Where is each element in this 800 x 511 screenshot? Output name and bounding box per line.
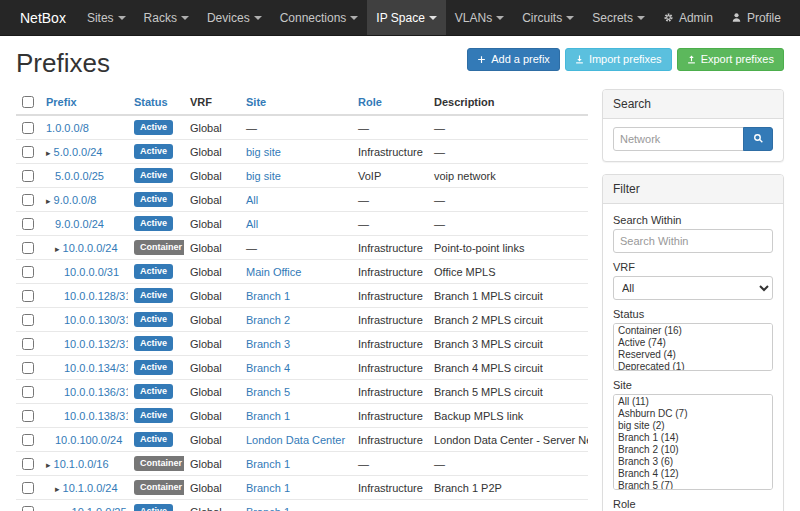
row-checkbox[interactable] (22, 122, 34, 134)
filter-option[interactable]: Container (16) (615, 325, 771, 337)
site-link[interactable]: All (246, 194, 258, 206)
filter-option[interactable]: All (11) (615, 396, 771, 408)
prefix-link[interactable]: 10.0.0.130/31 (64, 314, 128, 326)
logout-link[interactable]: Log out (790, 0, 800, 35)
site-link[interactable]: big site (246, 146, 281, 158)
export-prefixes-button[interactable]: Export prefixes (677, 48, 784, 71)
prefix-link[interactable]: 10.0.0.138/31 (64, 410, 128, 422)
site-link[interactable]: Branch 5 (246, 386, 290, 398)
nav-item-sites[interactable]: Sites (78, 0, 135, 35)
prefix-link[interactable]: 10.1.0.0/24 (63, 482, 118, 494)
nav-item-racks[interactable]: Racks (135, 0, 198, 35)
row-checkbox[interactable] (22, 506, 34, 511)
site-link[interactable]: Branch 2 (246, 314, 290, 326)
filter-option[interactable]: Branch 4 (12) (615, 468, 771, 480)
site-link[interactable]: Branch 1 (246, 482, 290, 494)
filter-option[interactable]: Reserved (4) (615, 349, 771, 361)
site-link[interactable]: Branch 4 (246, 362, 290, 374)
description-cell: — (428, 140, 588, 164)
prefix-link[interactable]: 10.1.0.0/25 (72, 506, 127, 511)
search-button[interactable] (743, 127, 773, 151)
nav-item-connections[interactable]: Connections (271, 0, 368, 35)
prefix-link[interactable]: 5.0.0.0/24 (54, 146, 103, 158)
filter-option[interactable]: Branch 3 (6) (615, 456, 771, 468)
row-checkbox[interactable] (22, 194, 34, 206)
status-filter-listbox[interactable]: Container (16)Active (74)Reserved (4)Dep… (613, 323, 773, 371)
prefix-link[interactable]: 10.0.0.132/31 (64, 338, 128, 350)
import-prefixes-button[interactable]: Import prefixes (565, 48, 672, 71)
filter-option[interactable]: Branch 2 (10) (615, 444, 771, 456)
vrf-cell: Global (184, 212, 240, 236)
select-all-checkbox[interactable] (22, 96, 34, 108)
row-checkbox[interactable] (22, 458, 34, 470)
row-checkbox[interactable] (22, 146, 34, 158)
row-checkbox[interactable] (22, 482, 34, 494)
prefix-link[interactable]: 10.0.0.134/31 (64, 362, 128, 374)
site-link[interactable]: Main Office (246, 266, 301, 278)
row-checkbox[interactable] (22, 314, 34, 326)
prefix-link[interactable]: 10.0.0.0/31 (64, 266, 119, 278)
table-row: ▸9.0.0.0/8 Active Global All — — (16, 188, 588, 212)
row-checkbox[interactable] (22, 170, 34, 182)
status-badge: Active (134, 360, 173, 375)
nav-item-secrets[interactable]: Secrets (583, 0, 654, 35)
prefix-link[interactable]: 9.0.0.0/8 (54, 194, 97, 206)
filter-option[interactable]: Branch 5 (7) (615, 480, 771, 490)
row-checkbox[interactable] (22, 266, 34, 278)
nav-item-ip-space[interactable]: IP Space (367, 0, 445, 35)
site-link[interactable]: Branch 1 (246, 458, 290, 470)
row-checkbox[interactable] (22, 434, 34, 446)
filter-option[interactable]: Active (74) (615, 337, 771, 349)
filter-option[interactable]: Ashburn DC (7) (615, 408, 771, 420)
brand-logo[interactable]: NetBox (8, 0, 78, 35)
admin-link[interactable]: Admin (654, 0, 722, 35)
row-checkbox[interactable] (22, 242, 34, 254)
site-link[interactable]: big site (246, 170, 281, 182)
vrf-select[interactable]: All (613, 276, 773, 300)
filter-option[interactable]: big site (2) (615, 420, 771, 432)
row-checkbox[interactable] (22, 410, 34, 422)
site-link[interactable]: Branch 1 (246, 410, 290, 422)
prefix-link[interactable]: 10.0.0.0/24 (63, 242, 118, 254)
row-checkbox[interactable] (22, 362, 34, 374)
row-checkbox[interactable] (22, 290, 34, 302)
role-cell: — (352, 188, 428, 212)
description-cell: — (428, 188, 588, 212)
filter-option[interactable]: Branch 1 (14) (615, 432, 771, 444)
prefix-link[interactable]: 10.0.0.136/31 (64, 386, 128, 398)
caret-down-icon (118, 16, 126, 20)
prefix-link[interactable]: 10.0.100.0/24 (55, 434, 122, 446)
search-panel: Search (602, 89, 784, 162)
gear-icon (663, 12, 674, 23)
site-filter-listbox[interactable]: All (11)Ashburn DC (7)big site (2)Branch… (613, 394, 773, 490)
row-checkbox[interactable] (22, 218, 34, 230)
search-input[interactable] (613, 127, 744, 151)
row-checkbox[interactable] (22, 386, 34, 398)
prefix-link[interactable]: 10.1.0.0/16 (54, 458, 109, 470)
status-badge: Active (134, 192, 173, 207)
prefix-link[interactable]: 10.0.0.128/31 (64, 290, 128, 302)
prefix-link[interactable]: 5.0.0.0/25 (55, 170, 104, 182)
column-header-description: Description (428, 89, 588, 115)
prefix-link[interactable]: 9.0.0.0/24 (55, 218, 104, 230)
row-checkbox[interactable] (22, 338, 34, 350)
add-prefix-button[interactable]: Add a prefix (467, 48, 560, 71)
nav-item-vlans[interactable]: VLANs (446, 0, 513, 35)
nav-item-circuits[interactable]: Circuits (513, 0, 583, 35)
search-within-input[interactable] (613, 229, 773, 253)
nav-item-devices[interactable]: Devices (198, 0, 271, 35)
column-header-status[interactable]: Status (128, 89, 184, 115)
site-link[interactable]: All (246, 218, 258, 230)
table-row: 10.0.0.138/31 Active Global Branch 1 Inf… (16, 404, 588, 428)
column-header-prefix[interactable]: Prefix (40, 89, 128, 115)
column-header-site[interactable]: Site (240, 89, 352, 115)
prefix-link[interactable]: 1.0.0.0/8 (46, 122, 89, 134)
profile-link[interactable]: Profile (722, 0, 790, 35)
site-link[interactable]: London Data Center (246, 434, 345, 446)
site-link[interactable]: Branch 1 (246, 290, 290, 302)
prefix-indent (46, 179, 55, 180)
site-link[interactable]: Branch 3 (246, 338, 290, 350)
site-link[interactable]: Branch 1 (246, 506, 290, 511)
column-header-role[interactable]: Role (352, 89, 428, 115)
filter-option[interactable]: Deprecated (1) (615, 361, 771, 371)
